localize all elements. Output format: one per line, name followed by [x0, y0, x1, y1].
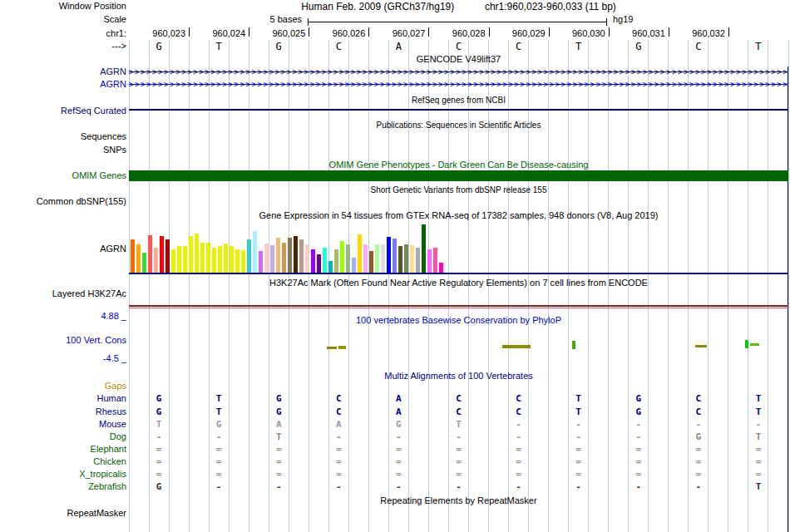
- gtex-bar[interactable]: [352, 258, 356, 273]
- alignment-cell: T: [216, 406, 222, 417]
- gtex-bar[interactable]: [404, 244, 408, 273]
- label-phylop-max[interactable]: 4.88 _: [0, 311, 126, 322]
- alignment-cell: T: [575, 406, 581, 417]
- label-layered-h3k27ac[interactable]: Layered H3K27Ac: [0, 288, 126, 299]
- gtex-bar[interactable]: [131, 239, 135, 273]
- species-label-zebrafish[interactable]: Zebrafish: [0, 481, 126, 492]
- omim-gene-bar[interactable]: [129, 170, 788, 181]
- gtex-bar[interactable]: [288, 238, 292, 273]
- label-agrn-gtex[interactable]: AGRN: [0, 244, 126, 254]
- gtex-bar[interactable]: [212, 248, 216, 273]
- gtex-bar[interactable]: [183, 246, 187, 273]
- gtex-bar[interactable]: [305, 244, 309, 273]
- alignment-cell: T: [216, 393, 222, 404]
- label-repeatmasker[interactable]: RepeatMasker: [0, 508, 126, 519]
- gene-track-agrn[interactable]: >>>>>>>>>>>>>>>>>>>>>>>>>>>>>>>>>>>>>>>>…: [129, 67, 788, 76]
- species-label-x_tropicalis[interactable]: X_tropicalis: [0, 469, 126, 480]
- label-phylop-min[interactable]: -4.5 _: [0, 353, 126, 364]
- gtex-bar[interactable]: [427, 249, 432, 273]
- base-letter: C: [456, 41, 462, 52]
- gene-track-agrn[interactable]: >>>>>>>>>>>>>>>>>>>>>>>>>>>>>>>>>>>>>>>>…: [129, 80, 788, 89]
- species-label-elephant[interactable]: Elephant: [0, 444, 126, 455]
- h3k27ac-signal-line[interactable]: [129, 305, 788, 307]
- gtex-bar[interactable]: [328, 261, 333, 273]
- gtex-bar[interactable]: [247, 239, 251, 273]
- gtex-bar[interactable]: [422, 224, 426, 273]
- alignment-cell: A: [396, 393, 402, 404]
- gtex-bar[interactable]: [317, 254, 321, 273]
- gtex-bar[interactable]: [200, 243, 205, 273]
- gtex-bar[interactable]: [340, 241, 344, 273]
- gtex-bar[interactable]: [363, 244, 368, 273]
- label-window-position[interactable]: Window Position: [0, 1, 126, 12]
- gtex-bar[interactable]: [171, 249, 175, 273]
- alignment-cell: -: [336, 431, 342, 442]
- alignment-cell: =: [396, 456, 402, 467]
- label-refseq-curated[interactable]: RefSeq Curated: [0, 106, 126, 116]
- gtex-bar[interactable]: [358, 234, 362, 273]
- alignment-cell: G: [396, 419, 402, 430]
- label-chrom[interactable]: chr1:: [0, 28, 126, 39]
- alignment-cell: T: [756, 481, 762, 492]
- gtex-bar[interactable]: [381, 244, 385, 273]
- refseq-gene-line[interactable]: [129, 109, 788, 111]
- alignment-cell: -: [696, 419, 702, 430]
- gtex-bar[interactable]: [410, 245, 414, 273]
- species-label-dog[interactable]: Dog: [0, 431, 126, 442]
- gtex-bar[interactable]: [294, 236, 298, 273]
- gtex-bar[interactable]: [142, 253, 146, 273]
- gtex-bar[interactable]: [311, 249, 315, 273]
- gtex-bar[interactable]: [177, 246, 181, 273]
- label-sequences[interactable]: Sequences: [0, 131, 126, 142]
- h3k27ac-signal-line[interactable]: [129, 308, 788, 308]
- base-letter: T: [216, 41, 222, 52]
- gtex-bar[interactable]: [136, 244, 141, 273]
- gtex-bar[interactable]: [165, 239, 170, 273]
- label-strand[interactable]: --->: [0, 41, 126, 52]
- gtex-bar[interactable]: [439, 263, 443, 273]
- label-scale[interactable]: Scale: [0, 14, 126, 25]
- label-agrn-gencode-1[interactable]: AGRN: [0, 66, 126, 77]
- gtex-bar[interactable]: [218, 246, 222, 273]
- gtex-bar[interactable]: [270, 245, 274, 273]
- gtex-bar[interactable]: [235, 249, 239, 273]
- gtex-bar[interactable]: [433, 248, 437, 273]
- gtex-bar[interactable]: [369, 251, 373, 273]
- gtex-bar[interactable]: [264, 244, 269, 273]
- species-label-mouse[interactable]: Mouse: [0, 419, 126, 430]
- gtex-bar[interactable]: [160, 236, 164, 273]
- species-label-chicken[interactable]: Chicken: [0, 456, 126, 467]
- gtex-bar[interactable]: [253, 231, 257, 273]
- label-snps[interactable]: SNPs: [0, 145, 126, 155]
- gtex-bar[interactable]: [375, 244, 379, 273]
- gtex-bar[interactable]: [334, 249, 338, 273]
- gtex-bar[interactable]: [148, 235, 152, 273]
- gtex-bar[interactable]: [224, 244, 228, 273]
- gtex-bar[interactable]: [206, 243, 210, 273]
- label-omim-genes[interactable]: OMIM Genes: [0, 170, 126, 181]
- species-label-gaps[interactable]: Gaps: [0, 381, 126, 392]
- gtex-bar[interactable]: [299, 239, 304, 273]
- gtex-bar[interactable]: [189, 236, 193, 273]
- gtex-bar[interactable]: [323, 248, 327, 273]
- gtex-bar[interactable]: [416, 248, 420, 273]
- species-label-human[interactable]: Human: [0, 393, 126, 404]
- gtex-bar[interactable]: [230, 246, 234, 273]
- gtex-bar[interactable]: [387, 237, 391, 273]
- gtex-bar[interactable]: [241, 250, 245, 273]
- gtex-bar[interactable]: [276, 238, 280, 273]
- gtex-bar[interactable]: [393, 239, 397, 273]
- label-agrn-gencode-2[interactable]: AGRN: [0, 79, 126, 90]
- label-100-vert-cons[interactable]: 100 Vert. Cons: [0, 335, 126, 346]
- assembly-title: Human Feb. 2009 (GRCh37/hg19): [301, 1, 454, 12]
- alignment-cell: =: [756, 444, 762, 455]
- gtex-bar[interactable]: [154, 248, 158, 273]
- alignment-cell: -: [516, 481, 521, 492]
- species-label-rhesus[interactable]: Rhesus: [0, 406, 126, 417]
- label-common-dbsnp[interactable]: Common dbSNP(155): [0, 196, 126, 207]
- gtex-bar[interactable]: [282, 243, 286, 273]
- gtex-bar[interactable]: [398, 246, 402, 273]
- gtex-bar[interactable]: [346, 244, 350, 273]
- gtex-bar[interactable]: [195, 234, 199, 273]
- gtex-bar[interactable]: [259, 251, 263, 273]
